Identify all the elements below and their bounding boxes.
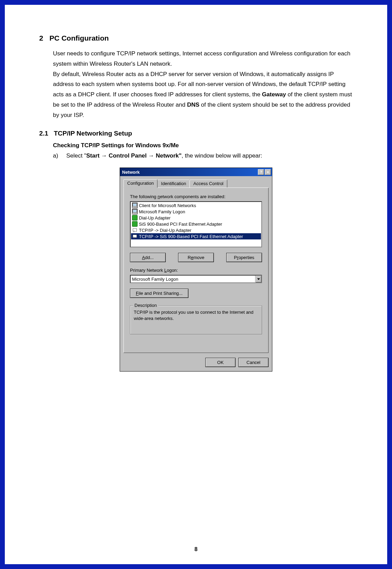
- arrow-icon: →: [148, 152, 154, 159]
- tab-identification[interactable]: Identification: [157, 180, 190, 187]
- gateway-word: Gateway: [262, 91, 286, 98]
- components-label: The following network components are ins…: [130, 194, 262, 199]
- adapter-icon: [132, 215, 138, 221]
- list-item[interactable]: Dial-Up Adapter: [131, 215, 261, 221]
- step-a: a) Select "Start → Control Panel → Netwo…: [53, 152, 353, 159]
- subhead: Checking TCP/IP Settings for Windows 9x/…: [53, 142, 353, 149]
- protocol-icon: [132, 227, 138, 233]
- ok-button[interactable]: OK: [205, 358, 236, 367]
- tab-access-control[interactable]: Access Control: [189, 180, 227, 187]
- file-print-sharing-button[interactable]: File and Print Sharing...: [130, 289, 188, 298]
- intro-p1: User needs to configure TCP/IP network s…: [53, 50, 350, 67]
- step-a-label: a): [53, 152, 65, 159]
- list-item-label: TCP/IP -> SiS 900-Based PCI Fast Etherne…: [139, 234, 243, 239]
- section-heading: 2PC Configuration: [39, 34, 353, 42]
- subsection-number: 2.1: [39, 130, 48, 137]
- protocol-icon: [132, 234, 138, 239]
- primary-logon-value: Microsoft Family Logon: [132, 277, 178, 282]
- tab-configuration[interactable]: Configuration: [123, 179, 157, 188]
- intro-paragraph: User needs to configure TCP/IP network s…: [53, 49, 353, 120]
- page-border: 2PC Configuration User needs to configur…: [0, 0, 392, 569]
- list-item-label: SiS 900-Based PCI Fast Ethernet Adapter: [139, 222, 222, 227]
- primary-logon-select[interactable]: Microsoft Family Logon: [130, 275, 262, 283]
- dialog-body: Configuration Identification Access Cont…: [120, 176, 272, 371]
- description-group: Description TCP/IP is the protocol you u…: [130, 305, 262, 334]
- cancel-button[interactable]: Cancel: [238, 358, 269, 367]
- list-item-label: Microsoft Family Logon: [139, 209, 185, 214]
- components-listbox[interactable]: Client for Microsoft Networks Microsoft …: [130, 201, 262, 247]
- arrow-icon: →: [101, 152, 107, 159]
- step-pre: Select ": [66, 152, 86, 159]
- section-number: 2: [39, 34, 43, 42]
- list-item[interactable]: TCP/IP -> Dial-Up Adapter: [131, 227, 261, 233]
- nav-start: Start: [86, 152, 100, 159]
- step-post: , the window below will appear:: [182, 152, 262, 159]
- close-button[interactable]: ×: [265, 169, 271, 175]
- adapter-icon: [132, 221, 138, 227]
- page: 2PC Configuration User needs to configur…: [3, 3, 389, 566]
- tab-panel-configuration: The following network components are ins…: [123, 188, 269, 353]
- list-item[interactable]: Microsoft Family Logon: [131, 208, 261, 215]
- list-item[interactable]: SiS 900-Based PCI Fast Ethernet Adapter: [131, 221, 261, 227]
- client-icon: [132, 203, 138, 208]
- description-text: TCP/IP is the protocol you use to connec…: [134, 309, 258, 330]
- nav-cp: Control Panel: [109, 152, 147, 159]
- list-item-label: Dial-Up Adapter: [139, 215, 171, 221]
- list-item-selected[interactable]: TCP/IP -> SiS 900-Based PCI Fast Etherne…: [131, 233, 261, 239]
- properties-button[interactable]: Properties: [226, 253, 262, 262]
- nav-network: Network": [156, 152, 182, 159]
- section-title: PC Configuration: [50, 34, 109, 42]
- page-number: 8: [5, 546, 387, 552]
- list-item[interactable]: Client for Microsoft Networks: [131, 202, 261, 208]
- help-button[interactable]: ?: [258, 169, 264, 175]
- subsection-title: TCP/IP Networking Setup: [54, 130, 132, 137]
- dropdown-arrow-icon[interactable]: [255, 276, 261, 282]
- network-dialog: Network ? × Configuration Identification…: [120, 168, 272, 372]
- titlebar: Network ? ×: [120, 168, 272, 176]
- dialog-title: Network: [122, 170, 258, 175]
- description-group-title: Description: [133, 303, 158, 308]
- client-icon: [132, 209, 138, 214]
- list-item-label: TCP/IP -> Dial-Up Adapter: [139, 228, 192, 233]
- add-button[interactable]: Add...: [130, 253, 166, 262]
- subsection-heading: 2.1TCP/IP Networking Setup: [39, 130, 353, 137]
- remove-button[interactable]: Remove: [178, 253, 214, 262]
- tab-strip: Configuration Identification Access Cont…: [123, 180, 269, 188]
- list-item-label: Client for Microsoft Networks: [139, 203, 196, 208]
- dns-word: DNS: [187, 101, 199, 108]
- primary-logon-label: Primary Network Logon:: [130, 268, 262, 273]
